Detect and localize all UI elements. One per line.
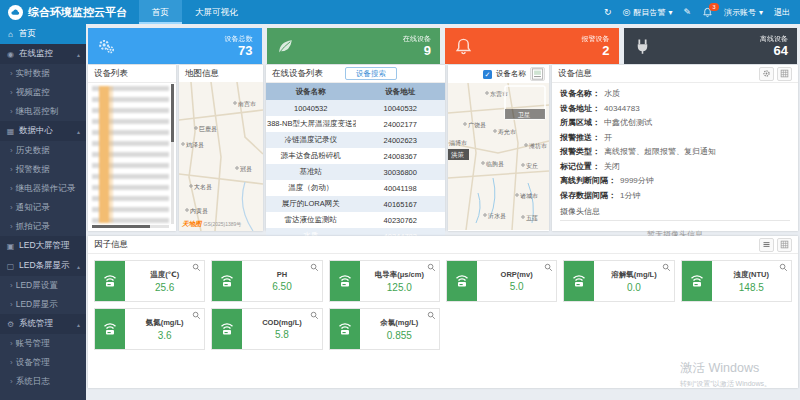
gear-icon xyxy=(762,69,771,78)
factor-card-ammonia[interactable]: 氨氮(mg/L)3.6 xyxy=(94,308,205,350)
factor-cards: 温度(℃)25.6 PH6.50 电导率(μs/cm)125.0 ORP(mv)… xyxy=(88,254,798,356)
sidebar-group-led-strip[interactable]: ▢ LED条屏显示 ▴ xyxy=(0,256,86,276)
scrollbar-thumb-vertical[interactable] xyxy=(171,84,174,142)
online-devices-panel: 在线设备列表 设备搜索 设备名称 设备地址 1004053210040532 3… xyxy=(266,65,445,231)
factor-card-orp[interactable]: ORP(mv)5.0 xyxy=(446,260,557,302)
magnifier-icon[interactable] xyxy=(427,263,436,272)
map-label: 诸城市 xyxy=(520,192,538,200)
panel-title: 在线设备列表 xyxy=(272,65,323,82)
plug-icon xyxy=(633,37,652,56)
factor-card-turbidity[interactable]: 浊度(NTU)148.5 xyxy=(681,260,792,302)
sidebar-item-video-monitoring[interactable]: ›视频监控 xyxy=(0,83,86,102)
device-search-button[interactable]: 设备搜索 xyxy=(345,67,397,80)
factor-card-cod[interactable]: COD(mg/L)5.8 xyxy=(211,308,322,350)
alarm-dropdown[interactable]: ◎ 醒目告警 ▾ xyxy=(623,7,673,18)
table-row[interactable]: 雷达液位监测站40230762 xyxy=(266,212,445,228)
map-canvas[interactable]: 南宫市 巨鹿县 鸡泽县 冠县 大名县 内黄县 天地图 GS(2025)1389号 xyxy=(179,82,263,231)
chevron-icon: › xyxy=(10,184,13,193)
table-row[interactable]: 1004053210040532 xyxy=(266,100,445,116)
caret-up-icon: ▴ xyxy=(77,51,80,58)
panel-title: 设备列表 xyxy=(94,65,128,82)
factor-card-conductivity[interactable]: 电导率(μs/cm)125.0 xyxy=(329,260,440,302)
sidebar-item-notice-records[interactable]: ›通知记录 xyxy=(0,198,86,217)
gear-icon: ⚙ xyxy=(6,320,15,329)
device-list-blurred-content[interactable] xyxy=(92,86,169,223)
sidebar-group-data-center[interactable]: ▦ 数据中心 ▴ xyxy=(0,121,86,141)
sensor-icon xyxy=(330,309,360,349)
map-label: 冠县 xyxy=(240,166,252,173)
device-marker-label[interactable]: 洪策 xyxy=(448,149,469,160)
chevron-icon: › xyxy=(10,107,13,116)
camera-section-title: 摄像头信息 xyxy=(560,206,790,221)
table-row[interactable]: 展厅的LORA网关40165167 xyxy=(266,196,445,212)
chevron-icon: › xyxy=(10,165,13,174)
sidebar-item-home[interactable]: ⌂ 首页 xyxy=(0,24,86,44)
magnifier-icon[interactable] xyxy=(310,263,319,272)
magnifier-icon[interactable] xyxy=(192,263,201,272)
sidebar-item-snapshot-records[interactable]: ›抓拍记录 xyxy=(0,217,86,236)
edit-pen-icon[interactable]: ✎ xyxy=(683,8,691,17)
navbar-right: ↻ ◎ 醒目告警 ▾ ✎ 3 演示账号 ▾ 退出 xyxy=(604,7,800,18)
magnifier-icon[interactable] xyxy=(310,311,319,320)
monitor-icon: ◉ xyxy=(6,50,15,59)
scrollbar-thumb-horizontal[interactable] xyxy=(92,225,150,228)
device-grid-button[interactable] xyxy=(777,67,792,81)
list-view-button[interactable] xyxy=(759,238,774,252)
home-icon: ⌂ xyxy=(6,30,15,39)
caret-down-icon: ▾ xyxy=(759,8,763,17)
caret-up-icon: ▴ xyxy=(77,263,80,270)
device-settings-button[interactable] xyxy=(759,67,774,81)
sidebar-item-led-screen-mgmt[interactable]: ▣ LED大屏管理 xyxy=(0,236,86,256)
magnifier-icon[interactable] xyxy=(779,263,788,272)
cloud-logo-icon xyxy=(8,5,23,20)
tab-big-screen[interactable]: 大屏可视化 xyxy=(182,0,251,24)
table-row[interactable]: 基准站30036800 xyxy=(266,164,445,180)
led-strip-icon: ▢ xyxy=(6,262,15,271)
table-row[interactable]: 388-NB型大屏温湿度变送器24002177 xyxy=(266,116,445,132)
table-row[interactable]: 温度（勿动）40041198 xyxy=(266,180,445,196)
sidebar-item-system-logs[interactable]: ›系统日志 xyxy=(0,372,86,391)
refresh-icon[interactable]: ↻ xyxy=(604,8,612,17)
chevron-icon: › xyxy=(10,339,13,348)
magnifier-icon[interactable] xyxy=(192,311,201,320)
sensor-icon xyxy=(447,261,477,301)
app-title: 综合环境监控云平台 xyxy=(28,5,127,20)
account-dropdown[interactable]: 演示账号 ▾ xyxy=(724,7,763,18)
logout-button[interactable]: 退出 xyxy=(774,7,790,18)
factor-card-dissolved-oxygen[interactable]: 溶解氧(mg/L)0.0 xyxy=(563,260,674,302)
sidebar-group-system-mgmt[interactable]: ⚙ 系统管理 ▴ xyxy=(0,314,86,334)
table-row[interactable]: 源丰达食品粉碎机24008367 xyxy=(266,148,445,164)
grid-icon xyxy=(780,69,789,78)
caret-down-icon: ▾ xyxy=(668,8,672,17)
map-canvas[interactable]: 东营市 广饶县 寿光市 淄博市 潍坊市 临朐县 安丘 诸城市 沂水县 五莲 洪策 xyxy=(448,83,549,231)
sidebar-item-device-mgmt[interactable]: ›设备管理 xyxy=(0,353,86,372)
tab-home[interactable]: 首页 xyxy=(139,0,182,24)
map-label: 淄博市 xyxy=(449,139,467,147)
sidebar-item-history-data[interactable]: ›历史数据 xyxy=(0,141,86,160)
factor-card-temperature[interactable]: 温度(℃)25.6 xyxy=(94,260,205,302)
sidebar-item-led-settings[interactable]: ›LED屏设置 xyxy=(0,276,86,295)
factor-card-ph[interactable]: PH6.50 xyxy=(211,260,322,302)
list-icon xyxy=(762,240,771,249)
magnifier-icon[interactable] xyxy=(662,263,671,272)
device-name-checkbox[interactable]: ✓ xyxy=(483,70,492,79)
sidebar-item-account-mgmt[interactable]: ›账号管理 xyxy=(0,334,86,353)
notifications-bell[interactable]: 3 xyxy=(702,7,713,18)
led-screen-icon: ▣ xyxy=(6,242,15,251)
sidebar-item-relay-records[interactable]: ›继电器操作记录 xyxy=(0,179,86,198)
sidebar-item-alarm-data[interactable]: ›报警数据 xyxy=(0,160,86,179)
map-attribution: 天地图 GS(2025)1389号 xyxy=(182,220,241,229)
table-row[interactable]: 冷链温度记录仪24002623 xyxy=(266,132,445,148)
sidebar-item-led-display[interactable]: ›LED屏显示 xyxy=(0,295,86,314)
sidebar-group-online-monitoring[interactable]: ◉ 在线监控 ▴ xyxy=(0,44,86,64)
factor-card-residual-chlorine[interactable]: 余氯(mg/L)0.855 xyxy=(329,308,440,350)
map-label: 巨鹿县 xyxy=(199,125,217,133)
layers-icon[interactable] xyxy=(530,67,545,81)
sidebar-item-realtime-data[interactable]: ›实时数据 xyxy=(0,64,86,83)
map-info-panel: 地图信息 南宫市 巨鹿县 鸡泽县 冠县 大名县 内黄县 天地 xyxy=(179,65,263,231)
magnifier-icon[interactable] xyxy=(427,311,436,320)
grid-view-button[interactable] xyxy=(777,238,792,252)
magnifier-icon[interactable] xyxy=(544,263,553,272)
sidebar-item-relay-control[interactable]: ›继电器控制 xyxy=(0,102,86,121)
top-navbar: 综合环境监控云平台 首页 大屏可视化 ↻ ◎ 醒目告警 ▾ ✎ 3 演示账号 ▾… xyxy=(0,0,800,24)
